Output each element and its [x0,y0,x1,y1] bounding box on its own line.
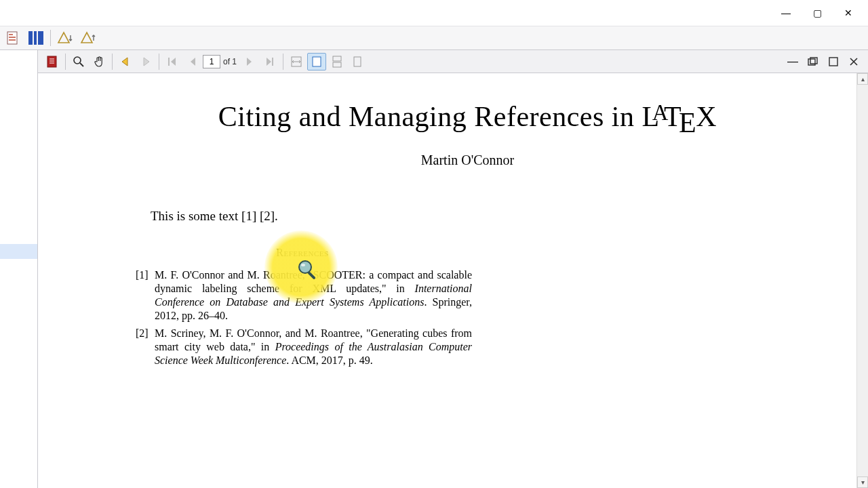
document-author: Martin O'Connor [119,152,816,168]
vertical-scrollbar[interactable]: ▴ ▾ [856,73,868,488]
viewer-maximize-icon[interactable] [824,53,843,70]
prev-page-icon[interactable] [183,53,202,70]
svg-rect-6 [38,31,43,45]
window-minimize-button[interactable]: — [770,3,802,23]
history-forward-icon[interactable] [136,53,155,70]
svg-rect-3 [9,39,16,41]
toolbar-separator [159,54,159,70]
reference-text: M. F. O'Connor and M. Roantree, "SCOOTER… [155,268,472,323]
page-number-input[interactable] [203,55,220,68]
svg-rect-16 [354,57,361,66]
svg-rect-2 [9,37,16,38]
svg-rect-7 [47,56,56,67]
svg-line-9 [80,63,83,66]
pdf-page[interactable]: Citing and Managing References in LATEX … [38,73,856,488]
document-title: Citing and Managing References in LATEX [119,100,816,139]
latex-logo: LATEX [642,101,717,132]
reference-item: [2] M. Scriney, M. F. O'Connor, and M. R… [136,327,472,367]
viewer-minimize-icon[interactable]: — [783,53,802,70]
window-titlebar: — ▢ ✕ [0,0,868,26]
warning-next-icon[interactable] [79,28,98,47]
scroll-down-icon[interactable]: ▾ [857,476,868,488]
app-toolbar [0,26,868,50]
doc-icon[interactable] [3,28,22,47]
svg-rect-1 [9,34,13,35]
viewer-close-icon[interactable] [844,53,863,70]
reference-item: [1] M. F. O'Connor and M. Roantree, "SCO… [136,268,472,323]
pdf-viewer: of 1 — [38,50,868,488]
first-page-icon[interactable] [163,53,182,70]
page-of-label: of 1 [223,57,237,66]
svg-rect-15 [333,62,341,67]
svg-point-21 [301,264,305,266]
zoom-tool-icon[interactable] [69,53,88,70]
scroll-track[interactable] [857,85,868,476]
viewer-restore-icon[interactable] [804,53,823,70]
fit-page-icon[interactable] [307,53,326,70]
svg-rect-14 [333,56,341,61]
references-heading: References [214,247,391,259]
title-text: Citing and Managing References in [218,101,642,132]
svg-rect-19 [829,58,837,66]
history-back-icon[interactable] [116,53,135,70]
svg-rect-5 [34,31,37,45]
body-paragraph: This is some text [1] [2]. [151,209,816,224]
svg-rect-11 [272,58,273,66]
toolbar-separator [283,54,283,70]
continuous-icon[interactable] [328,53,347,70]
svg-rect-10 [168,58,170,66]
svg-point-8 [74,57,81,64]
reference-number: [2] [136,327,155,367]
scroll-up-icon[interactable]: ▴ [857,73,868,85]
window-close-button[interactable]: ✕ [833,3,864,23]
layout-icon[interactable] [26,28,45,47]
workspace: of 1 — [0,50,868,488]
last-page-icon[interactable] [260,53,279,70]
window-maximize-button[interactable]: ▢ [802,3,833,23]
hand-tool-icon[interactable] [90,53,108,70]
svg-rect-4 [28,31,33,45]
toolbar-separator [50,30,51,46]
single-page-icon[interactable] [348,53,367,70]
pdf-doc-icon[interactable] [43,53,62,70]
side-panel-selection [0,244,37,259]
fit-width-icon[interactable] [287,53,306,70]
toolbar-separator [65,54,66,70]
next-page-icon[interactable] [240,53,259,70]
svg-rect-13 [313,57,321,66]
reference-text: M. Scriney, M. F. O'Connor, and M. Roant… [155,327,472,367]
side-panel[interactable] [0,50,38,488]
warning-prev-icon[interactable] [56,28,75,47]
toolbar-separator [112,54,113,70]
viewer-area: Citing and Managing References in LATEX … [38,73,868,488]
reference-number: [1] [136,268,155,323]
pdf-toolbar: of 1 — [38,50,868,73]
